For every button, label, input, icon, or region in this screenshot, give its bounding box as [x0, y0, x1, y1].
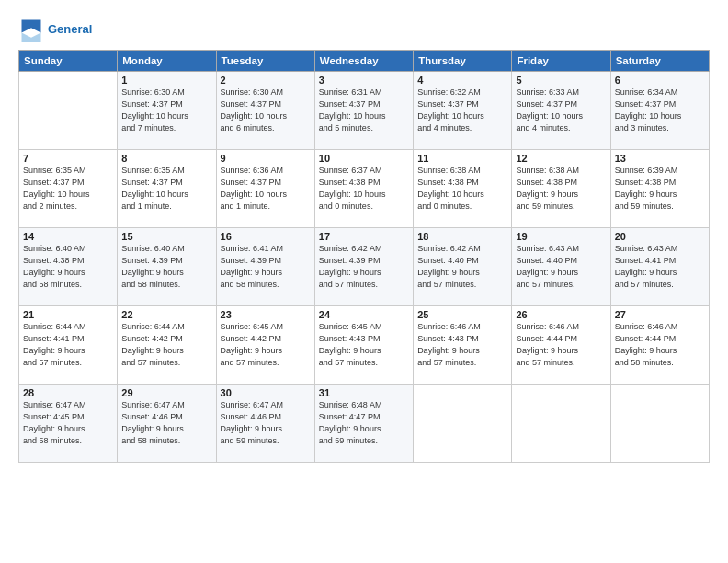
day-number: 2: [221, 75, 311, 86]
day-number: 30: [221, 387, 311, 398]
day-number: 27: [615, 309, 705, 320]
day-cell: 21Sunrise: 6:44 AMSunset: 4:41 PMDayligh…: [19, 306, 118, 385]
day-cell: 12Sunrise: 6:38 AMSunset: 4:38 PMDayligh…: [512, 150, 610, 228]
day-info: Sunrise: 6:34 AMSunset: 4:37 PMDaylight:…: [615, 86, 705, 134]
day-info: Sunrise: 6:35 AMSunset: 4:37 PMDaylight:…: [121, 165, 211, 213]
day-info: Sunrise: 6:30 AMSunset: 4:37 PMDaylight:…: [221, 86, 311, 134]
day-info: Sunrise: 6:44 AMSunset: 4:41 PMDaylight:…: [23, 321, 113, 369]
day-cell: 14Sunrise: 6:40 AMSunset: 4:38 PMDayligh…: [19, 228, 118, 306]
day-cell: 18Sunrise: 6:42 AMSunset: 4:40 PMDayligh…: [414, 228, 512, 306]
day-info: Sunrise: 6:40 AMSunset: 4:38 PMDaylight:…: [23, 243, 113, 291]
day-cell: 9Sunrise: 6:36 AMSunset: 4:37 PMDaylight…: [216, 150, 314, 228]
day-number: 17: [319, 231, 409, 242]
day-cell: 5Sunrise: 6:33 AMSunset: 4:37 PMDaylight…: [512, 72, 610, 150]
day-info: Sunrise: 6:45 AMSunset: 4:42 PMDaylight:…: [221, 321, 311, 369]
day-cell: 16Sunrise: 6:41 AMSunset: 4:39 PMDayligh…: [216, 228, 314, 306]
day-info: Sunrise: 6:36 AMSunset: 4:37 PMDaylight:…: [221, 165, 311, 213]
header-row: SundayMondayTuesdayWednesdayThursdayFrid…: [19, 51, 710, 72]
logo-icon: [18, 17, 44, 42]
day-info: Sunrise: 6:38 AMSunset: 4:38 PMDaylight:…: [516, 165, 606, 213]
day-number: 18: [417, 231, 507, 242]
day-cell: 8Sunrise: 6:35 AMSunset: 4:37 PMDaylight…: [118, 150, 216, 228]
day-number: 11: [417, 153, 507, 164]
day-cell: 11Sunrise: 6:38 AMSunset: 4:38 PMDayligh…: [414, 150, 512, 228]
day-number: 12: [516, 153, 606, 164]
day-cell: [19, 72, 118, 150]
logo-text: General: [48, 22, 92, 37]
day-info: Sunrise: 6:46 AMSunset: 4:44 PMDaylight:…: [615, 321, 705, 369]
day-cell: 1Sunrise: 6:30 AMSunset: 4:37 PMDaylight…: [118, 72, 216, 150]
day-cell: 27Sunrise: 6:46 AMSunset: 4:44 PMDayligh…: [610, 306, 709, 385]
day-cell: 2Sunrise: 6:30 AMSunset: 4:37 PMDaylight…: [216, 72, 314, 150]
day-cell: 28Sunrise: 6:47 AMSunset: 4:45 PMDayligh…: [19, 385, 118, 463]
header: General: [18, 17, 710, 42]
day-info: Sunrise: 6:46 AMSunset: 4:44 PMDaylight:…: [516, 321, 606, 369]
day-cell: 20Sunrise: 6:43 AMSunset: 4:41 PMDayligh…: [610, 228, 709, 306]
day-number: 8: [121, 153, 211, 164]
day-number: 14: [23, 231, 113, 242]
day-number: 3: [319, 75, 409, 86]
week-row-1: 1Sunrise: 6:30 AMSunset: 4:37 PMDaylight…: [19, 72, 710, 150]
day-cell: 3Sunrise: 6:31 AMSunset: 4:37 PMDaylight…: [314, 72, 413, 150]
col-header-wednesday: Wednesday: [314, 51, 413, 72]
day-number: 15: [121, 231, 211, 242]
day-number: 29: [121, 387, 211, 398]
col-header-monday: Monday: [118, 51, 216, 72]
day-number: 26: [516, 309, 606, 320]
day-cell: 29Sunrise: 6:47 AMSunset: 4:46 PMDayligh…: [118, 385, 216, 463]
day-info: Sunrise: 6:37 AMSunset: 4:38 PMDaylight:…: [319, 165, 409, 213]
day-info: Sunrise: 6:40 AMSunset: 4:39 PMDaylight:…: [121, 243, 211, 291]
day-info: Sunrise: 6:33 AMSunset: 4:37 PMDaylight:…: [516, 86, 606, 134]
logo-line1: General: [48, 22, 92, 37]
day-cell: 19Sunrise: 6:43 AMSunset: 4:40 PMDayligh…: [512, 228, 610, 306]
col-header-saturday: Saturday: [610, 51, 709, 72]
day-info: Sunrise: 6:46 AMSunset: 4:43 PMDaylight:…: [417, 321, 507, 369]
day-number: 19: [516, 231, 606, 242]
col-header-thursday: Thursday: [414, 51, 512, 72]
day-number: 31: [319, 387, 409, 398]
day-info: Sunrise: 6:41 AMSunset: 4:39 PMDaylight:…: [221, 243, 311, 291]
day-number: 6: [615, 75, 705, 86]
day-info: Sunrise: 6:43 AMSunset: 4:41 PMDaylight:…: [615, 243, 705, 291]
logo: General: [18, 17, 92, 42]
day-number: 7: [23, 153, 113, 164]
day-cell: [610, 385, 709, 463]
day-number: 23: [221, 309, 311, 320]
day-number: 9: [221, 153, 311, 164]
week-row-4: 21Sunrise: 6:44 AMSunset: 4:41 PMDayligh…: [19, 306, 710, 385]
day-info: Sunrise: 6:35 AMSunset: 4:37 PMDaylight:…: [23, 165, 113, 213]
day-number: 20: [615, 231, 705, 242]
day-number: 13: [615, 153, 705, 164]
day-info: Sunrise: 6:42 AMSunset: 4:39 PMDaylight:…: [319, 243, 409, 291]
day-number: 16: [221, 231, 311, 242]
day-info: Sunrise: 6:43 AMSunset: 4:40 PMDaylight:…: [516, 243, 606, 291]
day-number: 10: [319, 153, 409, 164]
day-cell: 23Sunrise: 6:45 AMSunset: 4:42 PMDayligh…: [216, 306, 314, 385]
col-header-friday: Friday: [512, 51, 610, 72]
day-info: Sunrise: 6:42 AMSunset: 4:40 PMDaylight:…: [417, 243, 507, 291]
day-info: Sunrise: 6:47 AMSunset: 4:46 PMDaylight:…: [121, 399, 211, 447]
day-cell: 22Sunrise: 6:44 AMSunset: 4:42 PMDayligh…: [118, 306, 216, 385]
day-number: 4: [417, 75, 507, 86]
day-number: 24: [319, 309, 409, 320]
day-info: Sunrise: 6:32 AMSunset: 4:37 PMDaylight:…: [417, 86, 507, 134]
day-info: Sunrise: 6:31 AMSunset: 4:37 PMDaylight:…: [319, 86, 409, 134]
day-cell: 26Sunrise: 6:46 AMSunset: 4:44 PMDayligh…: [512, 306, 610, 385]
day-info: Sunrise: 6:47 AMSunset: 4:45 PMDaylight:…: [23, 399, 113, 447]
col-header-tuesday: Tuesday: [216, 51, 314, 72]
day-cell: 31Sunrise: 6:48 AMSunset: 4:47 PMDayligh…: [314, 385, 413, 463]
day-info: Sunrise: 6:47 AMSunset: 4:46 PMDaylight:…: [221, 399, 311, 447]
day-number: 1: [121, 75, 211, 86]
week-row-3: 14Sunrise: 6:40 AMSunset: 4:38 PMDayligh…: [19, 228, 710, 306]
day-cell: 24Sunrise: 6:45 AMSunset: 4:43 PMDayligh…: [314, 306, 413, 385]
day-cell: [512, 385, 610, 463]
page: General SundayMondayTuesdayWednesdayThur…: [0, 0, 728, 563]
day-info: Sunrise: 6:48 AMSunset: 4:47 PMDaylight:…: [319, 399, 409, 447]
day-number: 21: [23, 309, 113, 320]
day-cell: 10Sunrise: 6:37 AMSunset: 4:38 PMDayligh…: [314, 150, 413, 228]
day-cell: 15Sunrise: 6:40 AMSunset: 4:39 PMDayligh…: [118, 228, 216, 306]
day-cell: 30Sunrise: 6:47 AMSunset: 4:46 PMDayligh…: [216, 385, 314, 463]
calendar-table: SundayMondayTuesdayWednesdayThursdayFrid…: [18, 50, 710, 463]
day-cell: 6Sunrise: 6:34 AMSunset: 4:37 PMDaylight…: [610, 72, 709, 150]
day-number: 28: [23, 387, 113, 398]
